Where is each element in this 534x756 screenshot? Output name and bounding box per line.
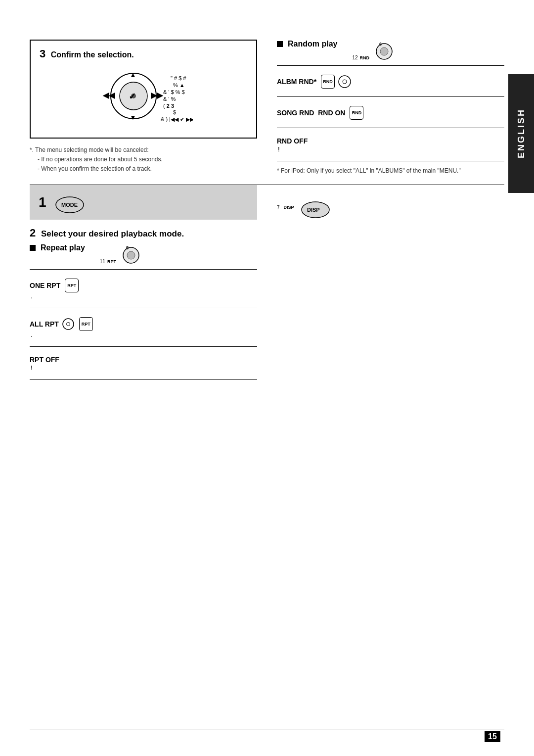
cd-icon [338,75,352,89]
divider3 [277,128,504,128]
bottom-line [30,729,504,729]
random-bullet [277,41,283,47]
divider1 [277,65,504,66]
rnd-footnote: * For iPod: Only if you select "ALL" in … [277,166,504,176]
step1-num: 1 [39,194,46,210]
albm-rnd-option: ALBM RND* RND [277,71,504,92]
rnd-off-option: RND OFF ! [277,133,504,156]
svg-text:& '  $   %  $: & ' $ % $ [163,89,185,95]
rpt-divider2 [30,308,257,308]
page-container: ENGLISH 3 Confirm the selection. [0,0,534,756]
disp-btn-label-small: DISP [284,205,294,210]
svg-point-19 [343,80,347,84]
svg-text:& '          %: & ' % [163,96,176,102]
rpt-divider1 [30,269,257,270]
one-rpt-desc: . [31,292,257,300]
svg-text:(          2  3: ( 2 3 [163,103,174,109]
rpt-button-illustration: 11 RPT 5 [100,243,144,264]
svg-text:5: 5 [126,245,129,250]
rpt-off-label: RPT OFF [30,356,59,364]
rnd-badge-albm: RND [321,75,335,89]
col-left-bottom: 1 MODE 2 Select your desired playback mo… [30,185,257,385]
albm-rnd-label: ALBM RND* [277,78,316,86]
step2-section: 2 Select your desired playback mode. [30,227,257,239]
random-play-label: Random play [288,40,337,48]
svg-text:◀◀: ◀◀ [102,91,115,99]
footnote1a: - If no operations are done for about 5 … [38,155,257,164]
svg-text:" # $    #: " # $ # [171,75,186,81]
svg-point-16 [380,47,388,55]
confirm-box: 3 Confirm the selection. ◀◀ [30,40,257,139]
repeat-play-header: Repeat play 11 RPT 5 [30,243,257,264]
song-rnd-option: SONG RND RND ON RND [277,102,504,123]
all-rpt-label: ALL RPT [30,320,59,328]
one-rpt-label: ONE RPT [30,282,60,289]
rpt-divider3 [30,346,257,347]
svg-text:DISP: DISP [307,207,320,213]
bottom-section: 1 MODE 2 Select your desired playback mo… [30,185,504,385]
english-sidebar: ENGLISH [508,74,534,193]
col-left-top: 3 Confirm the selection. ◀◀ [30,40,257,176]
top-section: 3 Confirm the selection. ◀◀ [30,40,504,176]
rnd-btn-num: 12 [352,55,357,60]
svg-text:& ) |◀◀ ✔ ▶▶|▲ $ *+: & ) |◀◀ ✔ ▶▶|▲ $ *+ [161,116,193,122]
random-play-header: Random play 12 RND 6 [277,40,504,60]
random-play-section: Random play 12 RND 6 [277,40,504,176]
divider2 [277,96,504,97]
mode-btn-svg: MODE [52,191,87,214]
rpt-badge-all: RPT [79,317,93,331]
step1-section: 1 MODE [30,185,257,220]
step3-num: 3 [40,47,45,60]
col-right-bottom: 7 DISP DISP [277,185,504,385]
footnote1: *. The menu selecting mode will be cance… [30,145,257,155]
step2-num: 2 [30,227,36,239]
rnd-btn-label-small: RND [360,55,370,60]
divider4 [277,161,504,161]
disp-btn-num: 7 [277,205,280,210]
svg-text:▲: ▲ [130,71,136,79]
svg-text:MODE: MODE [61,202,78,208]
svg-text:6: 6 [379,42,382,47]
rpt-btn-label-small: RPT [107,259,116,264]
rpt-btn-svg: 5 [118,243,144,264]
repeat-play-label: Repeat play [41,243,85,252]
song-rnd-label: SONG RND RND ON [277,109,345,117]
one-rpt-option: ONE RPT RPT . [30,275,257,303]
rpt-off-option: RPT OFF ! [30,352,257,375]
svg-point-25 [63,319,74,330]
rpt-divider4 [30,379,257,380]
all-rpt-disc-icon [62,318,75,331]
rnd-button-illustration: 12 RND 6 [352,40,397,60]
repeat-bullet [30,245,36,251]
footnote1b: - When you confirm the selection of a tr… [38,164,257,174]
language-label: ENGLISH [516,108,527,158]
rpt-btn-num: 11 [100,259,105,264]
footnote-section: *. The menu selecting mode will be cance… [30,145,257,174]
svg-text:✓: ✓ [129,92,136,101]
rnd-badge-song: RND [350,106,363,120]
select-playback-label: Select your desired playback mode. [41,229,184,238]
svg-point-23 [127,251,135,259]
col-right-top: Random play 12 RND 6 [277,40,504,176]
page-number: 15 [485,731,500,742]
all-rpt-desc: . [31,331,257,338]
svg-text:▼: ▼ [130,113,136,121]
svg-text:%  ▲: % ▲ [173,82,185,88]
rpt-badge-one: RPT [65,279,79,292]
rnd-off-desc: ! [278,145,280,153]
svg-text:$: $ [173,109,176,115]
svg-point-26 [66,323,70,326]
knob-illustration: ◀◀ ▶▶ ▲ ▼ ✓ " # $ # % ▲ & ' $ % $ [40,66,247,126]
disp-section: 7 DISP DISP [277,195,504,220]
rnd-btn-svg: 6 [371,40,397,60]
svg-point-18 [339,76,351,88]
rpt-off-desc: ! [31,364,33,372]
all-rpt-option: ALL RPT RPT . [30,313,257,341]
rnd-off-label: RND OFF [277,137,308,145]
disp-btn-svg: DISP [298,195,333,220]
svg-text:▶▶: ▶▶ [151,91,164,99]
knob-svg: ◀◀ ▶▶ ▲ ▼ ✓ " # $ # % ▲ & ' $ % $ [94,66,193,126]
step3-title: 3 Confirm the selection. [40,47,247,60]
